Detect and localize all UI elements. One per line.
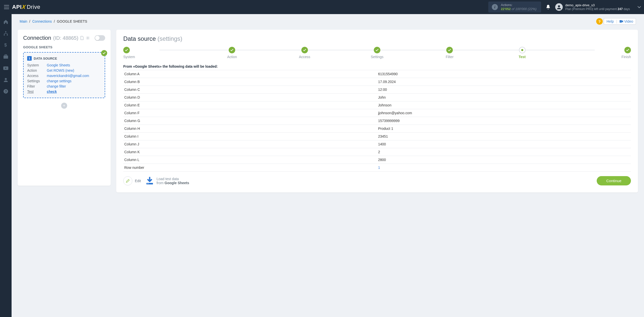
download-icon	[145, 177, 154, 185]
table-value: 2800	[377, 156, 631, 164]
table-value: Product 1	[377, 125, 631, 133]
help-bubble-icon[interactable]: ?	[596, 18, 603, 25]
load-text: Load test data from Google Sheets	[156, 177, 189, 185]
table-key: Column E	[123, 101, 377, 109]
logo-api: API	[12, 4, 22, 10]
step-finish[interactable]: Finish	[558, 47, 631, 59]
page: Main / Connections / GOOGLE SHEETS ? Hel…	[12, 14, 644, 203]
user-menu[interactable]: demo_apix-drive_s3 Plan |Premium PRO| le…	[555, 3, 630, 11]
nav-home-icon[interactable]	[0, 17, 12, 27]
nav-billing-icon[interactable]: $	[0, 40, 12, 50]
nav-connections-icon[interactable]	[0, 28, 12, 39]
number-badge: 1	[27, 56, 32, 61]
table-row: Column K2	[123, 148, 631, 156]
add-destination-button[interactable]: +	[61, 103, 67, 109]
actions-counter[interactable]: i Actions: 22'052 of 100'000 (22%)	[488, 2, 541, 12]
table-row: Column HProduct 1	[123, 125, 631, 133]
connection-title: Connection	[23, 35, 51, 41]
svg-rect-1	[5, 31, 6, 32]
step-dot-icon	[229, 47, 235, 53]
nav-user-icon[interactable]	[0, 74, 12, 85]
step-dot-icon	[519, 47, 526, 53]
step-system[interactable]: System	[123, 47, 196, 59]
step-access[interactable]: Access	[268, 47, 341, 59]
step-dot-icon	[624, 47, 631, 53]
bell-icon[interactable]	[546, 4, 551, 10]
table-key: Column L	[123, 156, 377, 164]
step-action[interactable]: Action	[196, 47, 268, 59]
ds-access-lbl: Access	[27, 74, 47, 78]
step-label: Filter	[413, 55, 486, 59]
step-label: Finish	[558, 55, 631, 59]
connection-subhead: GOOGLE SHEETS	[23, 45, 105, 49]
table-value: Johnson	[377, 101, 631, 109]
top-header: API X Drive i Actions: 22'052 of 100'000…	[0, 0, 644, 14]
gear-icon[interactable]	[86, 36, 90, 40]
data-source-panel: Data source (settings) SystemActionAcces…	[116, 30, 638, 192]
nav-help-icon[interactable]: ?	[0, 86, 12, 97]
ds-access-val[interactable]: maverickandrii@gmail.com	[47, 74, 101, 78]
video-label: Video	[624, 19, 633, 23]
menu-icon[interactable]	[3, 4, 10, 11]
continue-button[interactable]: Continue	[597, 176, 631, 185]
breadcrumb: Main / Connections / GOOGLE SHEETS ? Hel…	[18, 14, 638, 30]
actions-text: Actions: 22'052 of 100'000 (22%)	[501, 3, 537, 11]
breadcrumb-connections[interactable]: Connections	[32, 19, 52, 23]
step-test[interactable]: Test	[486, 47, 558, 59]
svg-point-8	[5, 78, 7, 80]
table-key: Column G	[123, 117, 377, 125]
ds-action-val[interactable]: Get ROWS (new)	[47, 68, 101, 72]
step-label: Action	[196, 55, 268, 59]
file-icon[interactable]	[80, 36, 84, 40]
table-row: Column C12:00	[123, 86, 631, 94]
ds-filter-val[interactable]: change filter	[47, 84, 101, 88]
connection-card: Connection (ID: 48865) GOOGLE SHEETS 1 D…	[18, 30, 111, 186]
preview-table: Column A6131554990Column B17.09.2024Colu…	[123, 70, 631, 172]
user-plan: Plan |Premium PRO| left until payment 24…	[565, 7, 630, 11]
connection-id: (ID: 48865)	[53, 35, 78, 41]
ds-filter-lbl: Filter	[27, 84, 47, 88]
table-key: Column J	[123, 140, 377, 148]
user-name: demo_apix-drive_s3	[565, 3, 630, 7]
video-cam-icon: Video	[620, 19, 633, 23]
help-label: Help	[607, 19, 614, 23]
avatar-icon	[555, 3, 563, 11]
table-row: Row number1	[123, 164, 631, 172]
step-label: Test	[486, 55, 558, 59]
help-button[interactable]: Help | Video	[604, 18, 636, 25]
ds-settings-val[interactable]: change settings	[47, 79, 101, 83]
svg-rect-3	[7, 34, 8, 35]
svg-point-12	[87, 37, 89, 39]
page-title: Data source (settings)	[123, 35, 631, 42]
breadcrumb-main[interactable]: Main	[20, 19, 27, 23]
logo[interactable]: API X Drive	[12, 4, 40, 10]
svg-text:$: $	[4, 43, 7, 48]
ds-system-lbl: System	[27, 63, 47, 67]
load-test-data-button[interactable]: Load test data from Google Sheets	[145, 177, 189, 185]
step-settings[interactable]: Settings	[341, 47, 413, 59]
step-filter[interactable]: Filter	[413, 47, 486, 59]
table-row: Column B17.09.2024	[123, 78, 631, 86]
table-key: Column H	[123, 125, 377, 133]
edit-button[interactable]	[123, 176, 132, 185]
table-row: Column DJohn	[123, 94, 631, 101]
enable-toggle[interactable]	[95, 35, 105, 41]
table-value: 17.09.2024	[377, 78, 631, 86]
step-label: Access	[268, 55, 341, 59]
data-source-box[interactable]: 1 DATA SOURCE System Google Sheets Actio…	[23, 52, 105, 98]
nav-youtube-icon[interactable]	[0, 63, 12, 73]
table-row: Column G15739999999	[123, 117, 631, 125]
ds-test-lbl: Test	[27, 90, 47, 94]
table-row: Column Fjjohnson@yahoo.com	[123, 109, 631, 117]
connection-head: Connection (ID: 48865)	[23, 35, 105, 41]
step-dot-icon	[446, 47, 453, 53]
nav-briefcase-icon[interactable]	[0, 51, 12, 62]
table-key: Column I	[123, 133, 377, 140]
step-dot-icon	[301, 47, 308, 53]
ds-test-val[interactable]: check	[47, 90, 101, 94]
actions-used: 22'052	[501, 7, 511, 11]
ds-system-val[interactable]: Google Sheets	[47, 63, 101, 67]
chevron-down-icon[interactable]	[637, 6, 641, 8]
table-key: Column B	[123, 78, 377, 86]
table-value[interactable]: 1	[377, 164, 631, 172]
